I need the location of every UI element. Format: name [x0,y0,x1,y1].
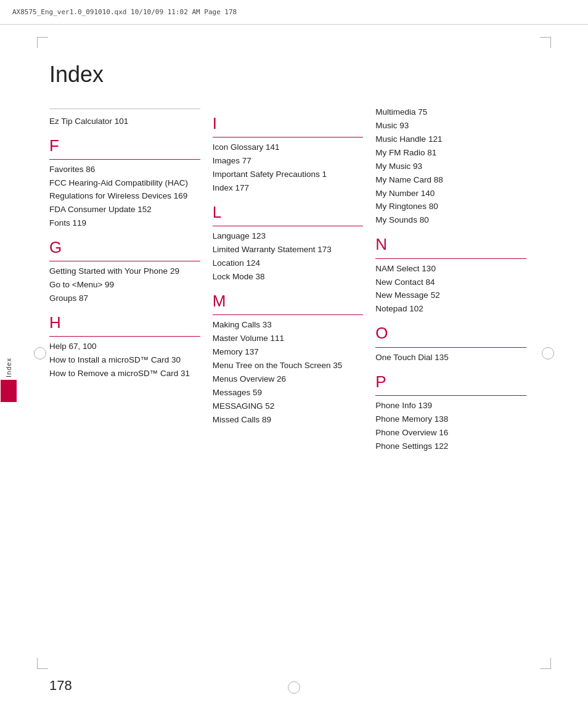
corner-mark-tl [37,37,48,48]
divider-h [49,336,200,337]
reg-mark-right [542,347,554,359]
divider-l [213,226,364,226]
page-title: Index [49,62,539,88]
divider-eztip [49,109,200,109]
divider-p [375,395,526,396]
entry-eztip: Ez Tip Calculator 101 [49,115,200,128]
section-letter-p: P [375,369,526,394]
entry-go-to-menu: Go to <Menu> 99 [49,279,200,292]
section-letter-h: H [49,310,200,335]
entry-my-name-card: My Name Card 88 [375,174,526,187]
entry-getting-started: Getting Started with Your Phone 29 [49,265,200,278]
entry-fda: FDA Consumer Update 152 [49,203,200,216]
divider-m [213,314,364,315]
entry-limited-warranty: Limited Warranty Statement 173 [213,244,364,257]
entry-lock-mode: Lock Mode 38 [213,271,364,284]
entry-memory: Memory 137 [213,346,364,359]
entry-nam-select: NAM Select 130 [375,263,526,276]
entry-language: Language 123 [213,230,364,243]
index-col-3: Multimedia 75 Music 93 Music Handle 121 … [375,106,539,453]
main-content: Index Ez Tip Calculator 101 F Favorites … [49,37,539,657]
entry-my-music: My Music 93 [375,160,526,173]
index-col-1: Ez Tip Calculator 101 F Favorites 86 FCC… [49,106,213,453]
entry-favorites: Favorites 86 [49,163,200,176]
section-letter-f: F [49,133,200,158]
index-col-2: I Icon Glossary 141 Images 77 Important … [213,106,376,453]
entry-install-microsd: How to Install a microSD™ Card 30 [49,354,200,367]
entry-messages: Messages 59 [213,387,364,400]
divider-o [375,347,526,348]
section-letter-l: L [213,200,364,224]
entry-phone-info: Phone Info 139 [375,400,526,413]
entry-location: Location 124 [213,257,364,270]
section-letter-i: I [213,111,364,136]
corner-mark-tr [540,37,551,48]
entry-music: Music 93 [375,120,526,133]
entry-making-calls: Making Calls 33 [213,319,364,332]
divider-g [49,261,200,261]
header-text: AX8575_Eng_ver1.0_091010.qxd 10/10/09 11… [12,8,237,16]
entry-index: Index 177 [213,182,364,195]
entry-phone-settings: Phone Settings 122 [375,440,526,453]
index-columns: Ez Tip Calculator 101 F Favorites 86 FCC… [49,106,539,453]
entry-messaging: MESSAGING 52 [213,400,364,413]
entry-remove-microsd: How to Remove a microSD™ Card 31 [49,367,200,380]
entry-help: Help 67, 100 [49,340,200,353]
page-number: 178 [49,678,72,694]
entry-groups: Groups 87 [49,292,200,305]
section-letter-n: N [375,232,526,257]
entry-one-touch-dial: One Touch Dial 135 [375,351,526,364]
entry-missed-calls: Missed Calls 89 [213,414,364,427]
entry-fonts: Fonts 119 [49,217,200,230]
reg-mark-bottom [288,681,300,694]
entry-my-sounds: My Sounds 80 [375,214,526,227]
entry-music-handle: Music Handle 121 [375,133,526,146]
corner-mark-br [540,658,551,669]
entry-my-ringtones: My Ringtones 80 [375,200,526,213]
entry-menu-tree: Menu Tree on the Touch Screen 35 [213,359,364,372]
entry-multimedia: Multimedia 75 [375,106,526,119]
entry-my-fm-radio: My FM Radio 81 [375,147,526,160]
side-tab-bar [1,380,17,402]
section-letter-g: G [49,235,200,260]
entry-phone-overview: Phone Overview 16 [375,427,526,440]
entry-icon-glossary: Icon Glossary 141 [213,141,364,154]
divider-i [213,137,364,138]
entry-menus-overview: Menus Overview 26 [213,373,364,386]
entry-my-number: My Number 140 [375,187,526,200]
reg-mark-left [34,347,46,359]
divider-n [375,258,526,259]
entry-notepad: Notepad 102 [375,303,526,316]
corner-mark-bl [37,658,48,669]
entry-phone-memory: Phone Memory 138 [375,413,526,426]
header-bar: AX8575_Eng_ver1.0_091010.qxd 10/10/09 11… [0,0,588,25]
entry-new-message: New Message 52 [375,289,526,302]
side-tab: Index [0,358,17,402]
entry-important-safety: Important Safety Precautions 1 [213,168,364,181]
section-letter-o: O [375,321,526,345]
entry-images: Images 77 [213,155,364,168]
divider-f [49,159,200,160]
side-tab-label: Index [5,358,12,377]
section-letter-m: M [213,289,364,313]
entry-master-volume: Master Volume 111 [213,332,364,345]
entry-fcc: FCC Hearing-Aid Compatibility (HAC) Regu… [49,177,200,203]
entry-new-contact: New Contact 84 [375,276,526,289]
